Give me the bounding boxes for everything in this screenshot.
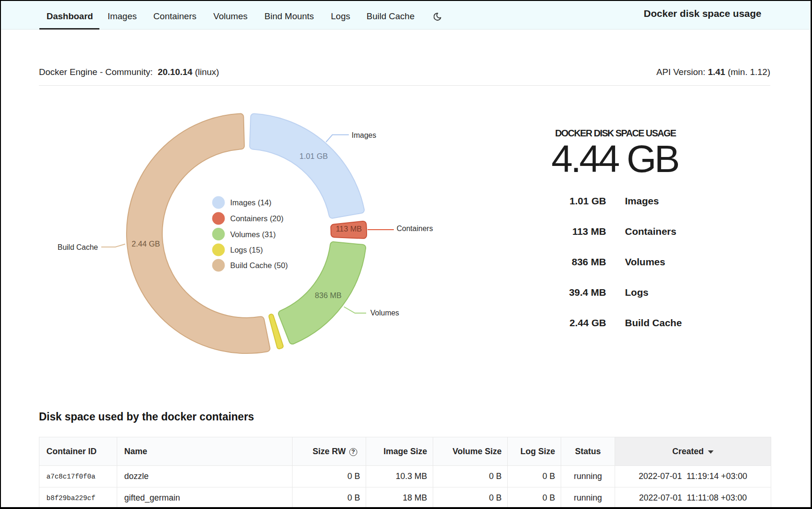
svg-text:113 MB: 113 MB — [336, 225, 362, 233]
svg-text:Build Cache (50): Build Cache (50) — [230, 261, 288, 269]
svg-text:2.44 GB: 2.44 GB — [132, 240, 160, 248]
svg-text:836 MB: 836 MB — [315, 291, 342, 299]
svg-text:Logs (15): Logs (15) — [230, 246, 263, 254]
svg-text:Images: Images — [352, 131, 376, 139]
svg-text:Build Cache: Build Cache — [58, 243, 98, 251]
svg-text:Volumes (31): Volumes (31) — [230, 230, 276, 239]
svg-text:Images (14): Images (14) — [230, 198, 271, 207]
svg-text:Containers (20): Containers (20) — [230, 214, 284, 223]
svg-text:1.01 GB: 1.01 GB — [300, 152, 328, 160]
svg-text:Containers: Containers — [397, 225, 433, 232]
svg-text:Volumes: Volumes — [370, 309, 399, 317]
